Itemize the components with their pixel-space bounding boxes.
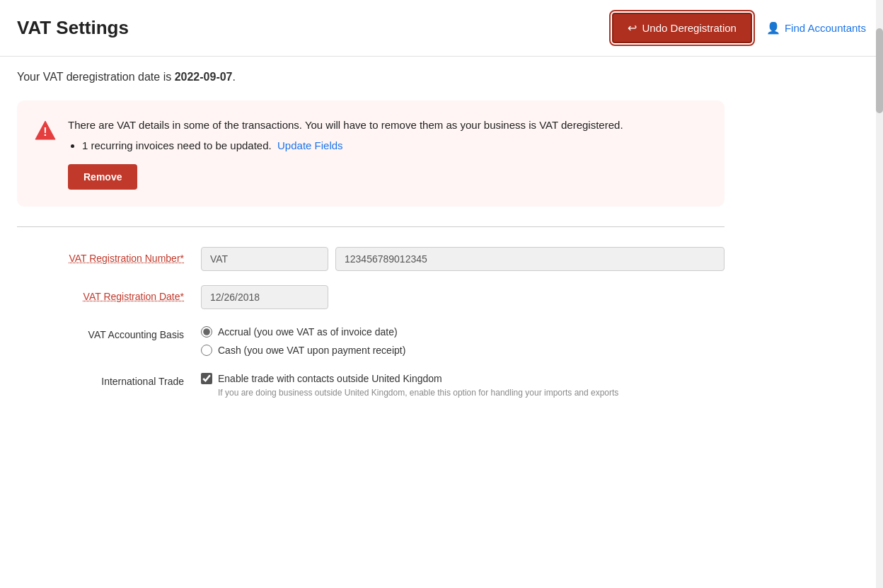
undo-button-label: Undo Deregistration <box>642 22 737 34</box>
vat-accounting-basis-label: VAT Accounting Basis <box>17 323 201 340</box>
vat-type-input[interactable] <box>201 247 328 271</box>
scrollbar[interactable] <box>876 0 883 588</box>
accrual-radio[interactable] <box>201 326 212 338</box>
deregistration-notice-prefix: Your VAT deregistration date is <box>17 71 175 83</box>
person-icon: 👤 <box>766 21 780 35</box>
vat-registration-number-row: VAT Registration Number* <box>17 247 725 271</box>
cash-radio[interactable] <box>201 345 212 356</box>
warning-list: 1 recurring invoices need to be updated.… <box>68 139 623 151</box>
page-title: VAT Settings <box>17 17 129 39</box>
header-actions: ↩ Undo Deregistration 👤 Find Accountants <box>612 13 866 43</box>
vat-registration-number-inputs <box>201 247 725 271</box>
vat-accounting-basis-row: VAT Accounting Basis Accrual (you owe VA… <box>17 323 725 356</box>
svg-text:!: ! <box>43 126 47 138</box>
main-content: Your VAT deregistration date is 2022-09-… <box>0 57 883 430</box>
deregistration-notice: Your VAT deregistration date is 2022-09-… <box>17 71 866 83</box>
update-fields-link[interactable]: Update Fields <box>277 139 343 151</box>
warning-content: There are VAT details in some of the tra… <box>68 117 623 190</box>
accounting-basis-cash[interactable]: Cash (you owe VAT upon payment receipt) <box>201 345 405 356</box>
undo-deregistration-button[interactable]: ↩ Undo Deregistration <box>612 13 752 43</box>
vat-registration-number-label: VAT Registration Number* <box>17 247 201 264</box>
vat-registration-date-inputs <box>201 285 725 309</box>
vat-number-input[interactable] <box>335 247 725 271</box>
enable-trade-checkbox[interactable] <box>201 373 212 384</box>
warning-icon-wrap: ! <box>34 119 57 144</box>
section-divider <box>17 226 725 227</box>
international-trade-group: Enable trade with contacts outside Unite… <box>201 370 618 399</box>
vat-registration-date-label: VAT Registration Date* <box>17 285 201 302</box>
vat-date-input[interactable] <box>201 285 328 309</box>
scrollbar-thumb[interactable] <box>876 28 883 113</box>
accrual-label: Accrual (you owe VAT as of invoice date) <box>218 326 398 338</box>
undo-arrow-icon: ↩ <box>628 21 637 35</box>
find-accountants-link[interactable]: 👤 Find Accountants <box>766 21 866 35</box>
deregistration-date: 2022-09-07 <box>175 71 233 83</box>
warning-main-text: There are VAT details in some of the tra… <box>68 117 623 134</box>
enable-trade-hint: If you are doing business outside United… <box>218 387 618 399</box>
accounting-basis-accrual[interactable]: Accrual (you owe VAT as of invoice date) <box>201 326 405 338</box>
page-header: VAT Settings ↩ Undo Deregistration 👤 Fin… <box>0 0 883 57</box>
vat-form: VAT Registration Number* VAT Registratio… <box>17 247 725 399</box>
vat-accounting-basis-group: Accrual (you owe VAT as of invoice date)… <box>201 323 405 356</box>
warning-list-item-text: 1 recurring invoices need to be updated. <box>82 139 272 151</box>
warning-list-item: 1 recurring invoices need to be updated.… <box>82 139 623 151</box>
cash-label: Cash (you owe VAT upon payment receipt) <box>218 345 405 356</box>
enable-trade-label: Enable trade with contacts outside Unite… <box>218 373 442 384</box>
remove-button[interactable]: Remove <box>68 164 137 190</box>
vat-registration-date-row: VAT Registration Date* <box>17 285 725 309</box>
deregistration-notice-suffix: . <box>233 71 236 83</box>
warning-triangle-icon: ! <box>34 119 57 142</box>
international-trade-row: International Trade Enable trade with co… <box>17 370 725 399</box>
find-accountants-label: Find Accountants <box>785 22 866 34</box>
enable-trade-option[interactable]: Enable trade with contacts outside Unite… <box>201 373 618 384</box>
warning-box: ! There are VAT details in some of the t… <box>17 100 725 207</box>
international-trade-label: International Trade <box>17 370 201 387</box>
